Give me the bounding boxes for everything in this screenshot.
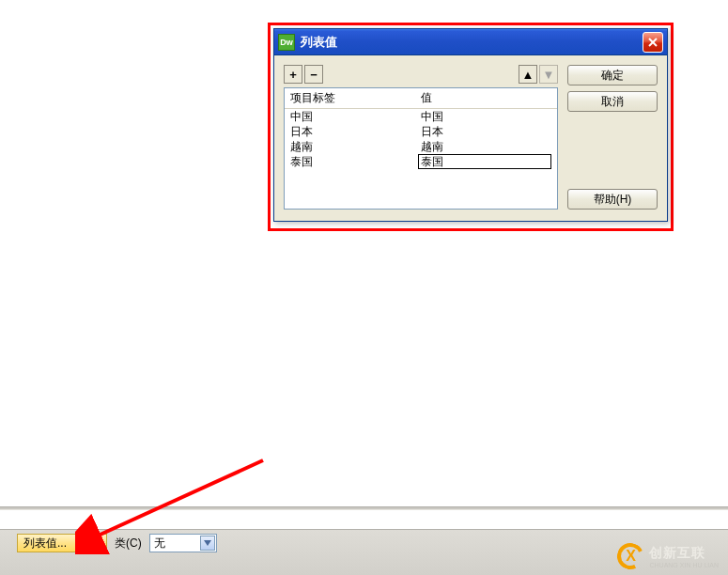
- list-panel[interactable]: 项目标签 值 中国 中国 日本 日本 越南 越南: [284, 87, 558, 210]
- brand-name: 创新互联: [649, 545, 705, 560]
- add-item-button[interactable]: +: [284, 65, 302, 84]
- cell-label[interactable]: 日本: [290, 124, 421, 139]
- move-up-button[interactable]: ▲: [519, 65, 537, 84]
- column-header-value: 值: [421, 90, 551, 106]
- ok-button[interactable]: 确定: [567, 65, 658, 85]
- cell-value[interactable]: 越南: [421, 139, 551, 154]
- column-header-label: 项目标签: [290, 90, 421, 106]
- class-select[interactable]: 无: [149, 534, 217, 552]
- list-header: 项目标签 值: [285, 88, 557, 109]
- svg-line-4: [94, 460, 263, 537]
- remove-item-button[interactable]: −: [304, 65, 323, 84]
- chevron-down-icon: [200, 536, 215, 551]
- dialog-titlebar[interactable]: Dw 列表值: [274, 29, 667, 55]
- brand-logo-icon: X: [617, 543, 643, 569]
- statusbar-separator: [0, 506, 728, 510]
- list-toolbar: + − ▲ ▼: [284, 65, 558, 84]
- move-down-button[interactable]: ▼: [539, 65, 558, 84]
- help-button[interactable]: 帮助(H): [567, 189, 658, 210]
- list-values-button[interactable]: 列表值...: [17, 534, 107, 552]
- property-bar: 列表值... 类(C) 无 X 创新互联 CHUANG XIN HU LIAN: [0, 529, 728, 575]
- cell-label[interactable]: 越南: [290, 139, 421, 154]
- cell-value[interactable]: 中国: [421, 109, 551, 124]
- cell-label[interactable]: 中国: [290, 109, 421, 124]
- list-editor-column: + − ▲ ▼ 项目标签 值 中国 中国 日本 日: [284, 65, 558, 210]
- cell-label[interactable]: 泰国: [290, 154, 418, 169]
- list-rows: 中国 中国 日本 日本 越南 越南 泰国 泰国: [285, 109, 557, 169]
- dialog-button-column: 确定 取消 帮助(H): [567, 65, 658, 210]
- close-button[interactable]: [643, 32, 663, 53]
- brand-text-wrap: 创新互联 CHUANG XIN HU LIAN: [649, 545, 719, 568]
- svg-marker-2: [204, 540, 211, 546]
- cell-value-editing[interactable]: 泰国: [418, 154, 551, 169]
- list-row[interactable]: 中国 中国: [285, 109, 557, 124]
- app-badge-icon: Dw: [278, 34, 295, 51]
- list-row[interactable]: 泰国 泰国: [285, 154, 557, 169]
- brand-watermark: X 创新互联 CHUANG XIN HU LIAN: [617, 543, 719, 569]
- button-gap: [567, 117, 658, 183]
- list-row[interactable]: 越南 越南: [285, 139, 557, 154]
- cancel-button[interactable]: 取消: [567, 91, 658, 112]
- property-row: 列表值... 类(C) 无: [17, 534, 217, 552]
- class-label: 类(C): [115, 536, 142, 552]
- brand-subtitle: CHUANG XIN HU LIAN: [649, 562, 719, 568]
- dialog-title: 列表值: [301, 34, 643, 51]
- close-icon: [648, 38, 658, 47]
- list-row[interactable]: 日本 日本: [285, 124, 557, 139]
- cell-value[interactable]: 日本: [421, 124, 551, 139]
- class-select-value: 无: [154, 536, 165, 552]
- dialog-body: + − ▲ ▼ 项目标签 值 中国 中国 日本 日: [274, 55, 667, 221]
- list-values-dialog: Dw 列表值 + − ▲ ▼ 项目标签 值: [273, 28, 668, 222]
